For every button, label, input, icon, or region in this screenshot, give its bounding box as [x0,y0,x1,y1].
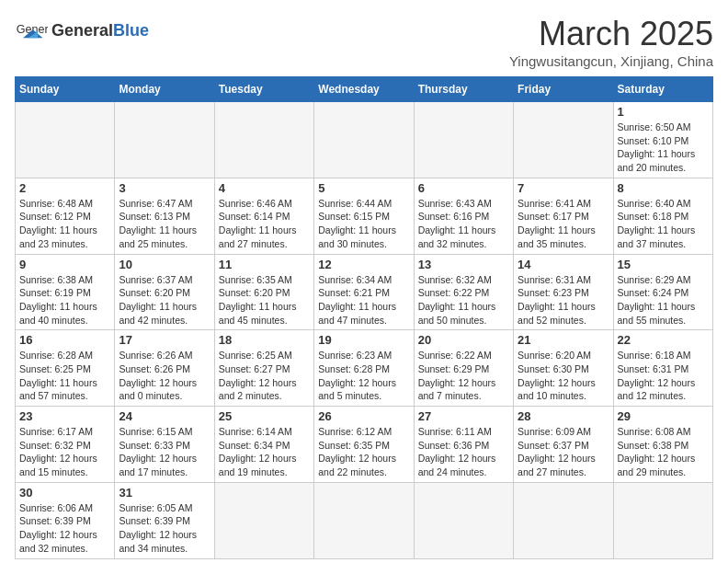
calendar-row: 30Sunrise: 6:06 AM Sunset: 6:39 PM Dayli… [16,482,713,558]
calendar-row: 23Sunrise: 6:17 AM Sunset: 6:32 PM Dayli… [16,407,713,483]
day-info: Sunrise: 6:09 AM Sunset: 6:37 PM Dayligh… [518,425,609,479]
calendar: SundayMondayTuesdayWednesdayThursdayFrid… [15,76,713,559]
day-info: Sunrise: 6:47 AM Sunset: 6:13 PM Dayligh… [119,197,210,251]
day-info: Sunrise: 6:17 AM Sunset: 6:32 PM Dayligh… [19,425,110,479]
day-cell-24: 24Sunrise: 6:15 AM Sunset: 6:33 PM Dayli… [115,407,214,483]
day-cell-6: 6Sunrise: 6:43 AM Sunset: 6:16 PM Daylig… [414,178,513,254]
day-cell-19: 19Sunrise: 6:23 AM Sunset: 6:28 PM Dayli… [314,330,414,407]
calendar-row: 1Sunrise: 6:50 AM Sunset: 6:10 PM Daylig… [16,102,713,178]
day-number: 1 [618,105,709,119]
day-cell-4: 4Sunrise: 6:46 AM Sunset: 6:14 PM Daylig… [214,178,313,254]
calendar-row: 2Sunrise: 6:48 AM Sunset: 6:12 PM Daylig… [16,178,713,254]
day-cell-30: 30Sunrise: 6:06 AM Sunset: 6:39 PM Dayli… [16,482,115,558]
weekday-header-sunday: Sunday [16,77,115,102]
weekday-header-wednesday: Wednesday [314,77,414,102]
day-number: 9 [19,258,110,271]
day-cell-3: 3Sunrise: 6:47 AM Sunset: 6:13 PM Daylig… [115,178,214,254]
empty-cell [16,102,115,178]
day-cell-21: 21Sunrise: 6:20 AM Sunset: 6:30 PM Dayli… [514,330,613,407]
day-info: Sunrise: 6:15 AM Sunset: 6:33 PM Dayligh… [119,425,210,479]
day-cell-22: 22Sunrise: 6:18 AM Sunset: 6:31 PM Dayli… [613,330,712,407]
page-header: General GeneralBlue March 2025 Yingwusit… [15,15,713,69]
location: Yingwusitangcun, Xinjiang, China [509,53,713,69]
day-info: Sunrise: 6:28 AM Sunset: 6:25 PM Dayligh… [19,349,110,403]
day-number: 17 [119,333,210,347]
day-number: 18 [219,333,310,347]
day-cell-13: 13Sunrise: 6:32 AM Sunset: 6:22 PM Dayli… [414,254,513,330]
day-info: Sunrise: 6:50 AM Sunset: 6:10 PM Dayligh… [618,121,709,175]
day-number: 21 [518,333,609,347]
weekday-header-monday: Monday [115,77,214,102]
day-info: Sunrise: 6:41 AM Sunset: 6:17 PM Dayligh… [518,197,609,251]
day-number: 25 [219,409,310,423]
day-number: 28 [518,409,609,423]
day-info: Sunrise: 6:12 AM Sunset: 6:35 PM Dayligh… [318,425,409,479]
day-info: Sunrise: 6:35 AM Sunset: 6:20 PM Dayligh… [219,273,310,327]
weekday-header-friday: Friday [514,77,613,102]
day-number: 30 [19,486,110,500]
day-number: 29 [618,409,709,423]
weekday-header-saturday: Saturday [613,77,712,102]
day-number: 26 [318,409,409,423]
day-info: Sunrise: 6:29 AM Sunset: 6:24 PM Dayligh… [618,273,709,327]
day-cell-15: 15Sunrise: 6:29 AM Sunset: 6:24 PM Dayli… [613,254,712,330]
day-cell-14: 14Sunrise: 6:31 AM Sunset: 6:23 PM Dayli… [514,254,613,330]
day-info: Sunrise: 6:31 AM Sunset: 6:23 PM Dayligh… [518,273,609,327]
day-info: Sunrise: 6:48 AM Sunset: 6:12 PM Dayligh… [19,197,110,251]
day-cell-17: 17Sunrise: 6:26 AM Sunset: 6:26 PM Dayli… [115,330,214,407]
weekday-header-row: SundayMondayTuesdayWednesdayThursdayFrid… [16,77,713,102]
day-cell-29: 29Sunrise: 6:08 AM Sunset: 6:38 PM Dayli… [613,407,712,483]
day-number: 7 [518,181,609,195]
day-number: 15 [618,258,709,271]
day-cell-11: 11Sunrise: 6:35 AM Sunset: 6:20 PM Dayli… [214,254,313,330]
day-info: Sunrise: 6:37 AM Sunset: 6:20 PM Dayligh… [119,273,210,327]
day-info: Sunrise: 6:22 AM Sunset: 6:29 PM Dayligh… [418,349,509,403]
day-number: 6 [418,181,509,195]
day-info: Sunrise: 6:08 AM Sunset: 6:38 PM Dayligh… [618,425,709,479]
empty-cell [414,102,513,178]
day-info: Sunrise: 6:38 AM Sunset: 6:19 PM Dayligh… [19,273,110,327]
day-number: 16 [19,333,110,347]
day-info: Sunrise: 6:23 AM Sunset: 6:28 PM Dayligh… [318,349,409,403]
day-cell-27: 27Sunrise: 6:11 AM Sunset: 6:36 PM Dayli… [414,407,513,483]
day-number: 19 [318,333,409,347]
day-number: 23 [19,409,110,423]
day-cell-9: 9Sunrise: 6:38 AM Sunset: 6:19 PM Daylig… [16,254,115,330]
calendar-row: 9Sunrise: 6:38 AM Sunset: 6:19 PM Daylig… [16,254,713,330]
day-cell-31: 31Sunrise: 6:05 AM Sunset: 6:39 PM Dayli… [115,482,214,558]
day-info: Sunrise: 6:34 AM Sunset: 6:21 PM Dayligh… [318,273,409,327]
day-number: 27 [418,409,509,423]
day-cell-16: 16Sunrise: 6:28 AM Sunset: 6:25 PM Dayli… [16,330,115,407]
day-number: 20 [418,333,509,347]
day-number: 8 [618,181,709,195]
empty-cell [214,482,313,558]
day-number: 4 [219,181,310,195]
day-number: 13 [418,258,509,271]
calendar-row: 16Sunrise: 6:28 AM Sunset: 6:25 PM Dayli… [16,330,713,407]
day-info: Sunrise: 6:05 AM Sunset: 6:39 PM Dayligh… [119,501,210,556]
day-cell-20: 20Sunrise: 6:22 AM Sunset: 6:29 PM Dayli… [414,330,513,407]
day-cell-2: 2Sunrise: 6:48 AM Sunset: 6:12 PM Daylig… [16,178,115,254]
day-number: 14 [518,258,609,271]
logo-general: General [51,21,113,40]
day-cell-23: 23Sunrise: 6:17 AM Sunset: 6:32 PM Dayli… [16,407,115,483]
day-cell-10: 10Sunrise: 6:37 AM Sunset: 6:20 PM Dayli… [115,254,214,330]
empty-cell [613,482,712,558]
day-number: 5 [318,181,409,195]
day-number: 22 [618,333,709,347]
day-cell-18: 18Sunrise: 6:25 AM Sunset: 6:27 PM Dayli… [214,330,313,407]
weekday-header-tuesday: Tuesday [214,77,313,102]
day-number: 11 [219,258,310,271]
day-cell-28: 28Sunrise: 6:09 AM Sunset: 6:37 PM Dayli… [514,407,613,483]
logo-text: GeneralBlue [51,22,149,40]
day-info: Sunrise: 6:25 AM Sunset: 6:27 PM Dayligh… [219,349,310,403]
day-number: 24 [119,409,210,423]
day-info: Sunrise: 6:40 AM Sunset: 6:18 PM Dayligh… [618,197,709,251]
day-info: Sunrise: 6:11 AM Sunset: 6:36 PM Dayligh… [418,425,509,479]
title-block: March 2025 Yingwusitangcun, Xinjiang, Ch… [509,15,713,69]
day-info: Sunrise: 6:20 AM Sunset: 6:30 PM Dayligh… [518,349,609,403]
weekday-header-thursday: Thursday [414,77,513,102]
empty-cell [314,482,414,558]
empty-cell [514,102,613,178]
day-number: 31 [119,486,210,500]
